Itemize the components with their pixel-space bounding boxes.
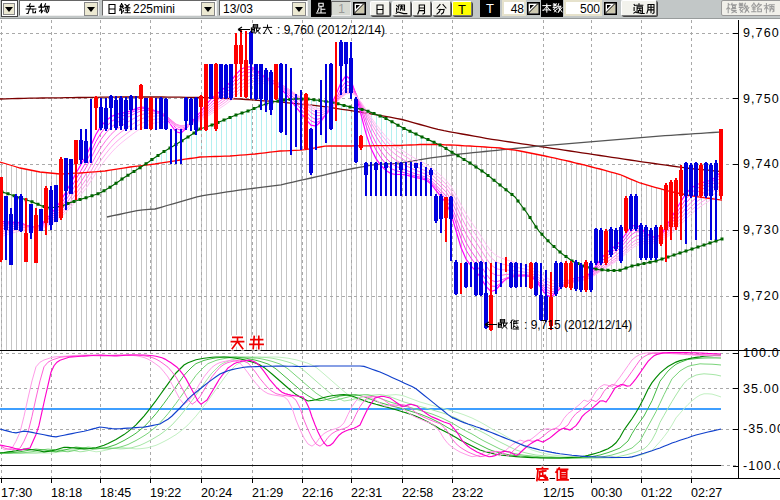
svg-text:22:31: 22:31 — [351, 486, 382, 500]
svg-text:100.00: 100.00 — [743, 346, 780, 360]
svg-text:22:58: 22:58 — [402, 486, 433, 500]
svg-text:1: 1 — [338, 2, 345, 16]
svg-text:-100.00: -100.00 — [743, 459, 780, 473]
svg-text:: 9,760 (2012/12/14): : 9,760 (2012/12/14) — [277, 23, 385, 37]
svg-text:21:29: 21:29 — [252, 486, 283, 500]
svg-text:12/15: 12/15 — [543, 486, 574, 500]
svg-text:9,740: 9,740 — [743, 157, 780, 171]
svg-text:22:16: 22:16 — [302, 486, 333, 500]
svg-text:00:30: 00:30 — [591, 486, 622, 500]
svg-text:19:22: 19:22 — [150, 486, 181, 500]
svg-text:9,730: 9,730 — [743, 223, 780, 237]
svg-text:18:45: 18:45 — [100, 486, 131, 500]
svg-text:9,750: 9,750 — [743, 92, 780, 106]
svg-text:35.00: 35.00 — [743, 382, 780, 396]
svg-text:9,720: 9,720 — [743, 289, 780, 303]
svg-text:20:24: 20:24 — [201, 486, 232, 500]
svg-text:17:30: 17:30 — [1, 486, 32, 500]
svg-text:9,760: 9,760 — [743, 26, 780, 40]
svg-text:02:27: 02:27 — [691, 486, 722, 500]
svg-text:225mini: 225mini — [133, 2, 175, 16]
svg-text:13/03: 13/03 — [223, 2, 253, 16]
svg-text:01:22: 01:22 — [641, 486, 672, 500]
svg-text:-35.00: -35.00 — [743, 422, 780, 436]
svg-text:23:22: 23:22 — [452, 486, 483, 500]
svg-text:18:18: 18:18 — [51, 486, 82, 500]
svg-text:: 9,715 (2012/12/14): : 9,715 (2012/12/14) — [524, 318, 632, 332]
